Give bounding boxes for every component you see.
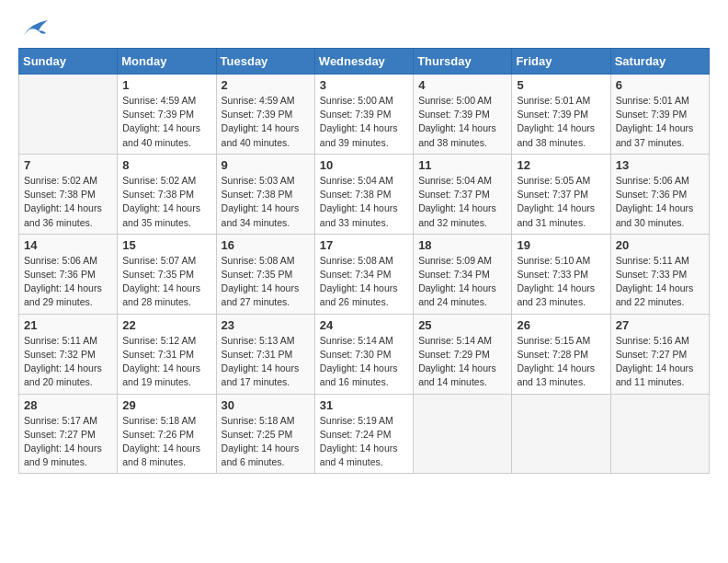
calendar-cell: 31Sunrise: 5:19 AM Sunset: 7:24 PM Dayli… <box>314 394 413 474</box>
calendar-cell: 22Sunrise: 5:12 AM Sunset: 7:31 PM Dayli… <box>118 314 216 394</box>
calendar-cell: 25Sunrise: 5:14 AM Sunset: 7:29 PM Dayli… <box>414 314 512 394</box>
calendar-day-header: Saturday <box>610 49 709 75</box>
day-info: Sunrise: 4:59 AM Sunset: 7:39 PM Dayligh… <box>122 94 210 150</box>
day-number: 18 <box>418 238 506 252</box>
day-info: Sunrise: 5:05 AM Sunset: 7:37 PM Dayligh… <box>517 174 605 230</box>
day-number: 24 <box>320 318 408 332</box>
day-number: 26 <box>517 318 605 332</box>
day-number: 12 <box>517 158 605 172</box>
day-info: Sunrise: 5:14 AM Sunset: 7:30 PM Dayligh… <box>320 334 408 390</box>
day-number: 1 <box>122 78 210 92</box>
day-info: Sunrise: 5:01 AM Sunset: 7:39 PM Dayligh… <box>616 94 704 150</box>
day-number: 29 <box>122 398 210 412</box>
calendar-cell: 27Sunrise: 5:16 AM Sunset: 7:27 PM Dayli… <box>610 314 709 394</box>
calendar-cell: 19Sunrise: 5:10 AM Sunset: 7:33 PM Dayli… <box>512 234 610 314</box>
day-number: 28 <box>24 398 112 412</box>
day-info: Sunrise: 5:02 AM Sunset: 7:38 PM Dayligh… <box>24 174 112 230</box>
calendar-cell: 15Sunrise: 5:07 AM Sunset: 7:35 PM Dayli… <box>118 234 216 314</box>
calendar-cell <box>610 394 709 474</box>
calendar-cell <box>414 394 512 474</box>
day-info: Sunrise: 5:13 AM Sunset: 7:31 PM Dayligh… <box>222 334 310 390</box>
day-info: Sunrise: 5:15 AM Sunset: 7:28 PM Dayligh… <box>517 334 605 390</box>
calendar-cell: 2Sunrise: 4:59 AM Sunset: 7:39 PM Daylig… <box>216 75 314 155</box>
calendar-cell <box>512 394 610 474</box>
calendar-cell: 6Sunrise: 5:01 AM Sunset: 7:39 PM Daylig… <box>610 75 709 155</box>
day-number: 2 <box>222 78 310 92</box>
day-number: 5 <box>517 78 605 92</box>
calendar-day-header: Sunday <box>19 49 118 75</box>
calendar-cell: 3Sunrise: 5:00 AM Sunset: 7:39 PM Daylig… <box>314 75 413 155</box>
day-number: 25 <box>418 318 506 332</box>
day-info: Sunrise: 5:10 AM Sunset: 7:33 PM Dayligh… <box>517 254 605 310</box>
calendar-cell: 20Sunrise: 5:11 AM Sunset: 7:33 PM Dayli… <box>610 234 709 314</box>
calendar-day-header: Thursday <box>414 49 512 75</box>
day-info: Sunrise: 5:00 AM Sunset: 7:39 PM Dayligh… <box>418 94 506 150</box>
day-info: Sunrise: 5:04 AM Sunset: 7:38 PM Dayligh… <box>320 174 408 230</box>
day-info: Sunrise: 5:04 AM Sunset: 7:37 PM Dayligh… <box>418 174 506 230</box>
calendar-cell: 10Sunrise: 5:04 AM Sunset: 7:38 PM Dayli… <box>314 154 413 234</box>
calendar-week-row: 28Sunrise: 5:17 AM Sunset: 7:27 PM Dayli… <box>19 394 710 474</box>
calendar-cell: 26Sunrise: 5:15 AM Sunset: 7:28 PM Dayli… <box>512 314 610 394</box>
day-info: Sunrise: 5:01 AM Sunset: 7:39 PM Dayligh… <box>517 94 605 150</box>
calendar-cell: 12Sunrise: 5:05 AM Sunset: 7:37 PM Dayli… <box>512 154 610 234</box>
calendar-week-row: 1Sunrise: 4:59 AM Sunset: 7:39 PM Daylig… <box>19 75 710 155</box>
day-number: 27 <box>616 318 704 332</box>
calendar-cell: 5Sunrise: 5:01 AM Sunset: 7:39 PM Daylig… <box>512 75 610 155</box>
day-info: Sunrise: 5:16 AM Sunset: 7:27 PM Dayligh… <box>616 334 704 390</box>
calendar-cell: 18Sunrise: 5:09 AM Sunset: 7:34 PM Dayli… <box>414 234 512 314</box>
day-number: 22 <box>122 318 210 332</box>
day-info: Sunrise: 5:00 AM Sunset: 7:39 PM Dayligh… <box>320 94 408 150</box>
day-info: Sunrise: 5:18 AM Sunset: 7:25 PM Dayligh… <box>222 414 310 470</box>
day-number: 15 <box>122 238 210 252</box>
day-info: Sunrise: 5:11 AM Sunset: 7:32 PM Dayligh… <box>24 334 112 390</box>
calendar-day-header: Monday <box>118 49 216 75</box>
day-number: 3 <box>320 78 408 92</box>
day-info: Sunrise: 5:06 AM Sunset: 7:36 PM Dayligh… <box>616 174 704 230</box>
calendar-cell: 14Sunrise: 5:06 AM Sunset: 7:36 PM Dayli… <box>19 234 118 314</box>
day-number: 9 <box>222 158 310 172</box>
calendar-day-header: Tuesday <box>216 49 314 75</box>
day-number: 19 <box>517 238 605 252</box>
day-number: 30 <box>222 398 310 412</box>
day-number: 10 <box>320 158 408 172</box>
calendar-cell <box>19 75 118 155</box>
day-number: 14 <box>24 238 112 252</box>
day-info: Sunrise: 4:59 AM Sunset: 7:39 PM Dayligh… <box>222 94 310 150</box>
day-info: Sunrise: 5:07 AM Sunset: 7:35 PM Dayligh… <box>122 254 210 310</box>
calendar-cell: 29Sunrise: 5:18 AM Sunset: 7:26 PM Dayli… <box>118 394 216 474</box>
calendar-cell: 1Sunrise: 4:59 AM Sunset: 7:39 PM Daylig… <box>118 75 216 155</box>
day-number: 6 <box>616 78 704 92</box>
calendar-cell: 30Sunrise: 5:18 AM Sunset: 7:25 PM Dayli… <box>216 394 314 474</box>
calendar-table: SundayMondayTuesdayWednesdayThursdayFrid… <box>18 48 710 474</box>
day-number: 21 <box>24 318 112 332</box>
calendar-day-header: Wednesday <box>314 49 413 75</box>
calendar-day-header: Friday <box>512 49 610 75</box>
day-info: Sunrise: 5:06 AM Sunset: 7:36 PM Dayligh… <box>24 254 112 310</box>
calendar-cell: 21Sunrise: 5:11 AM Sunset: 7:32 PM Dayli… <box>19 314 118 394</box>
day-info: Sunrise: 5:08 AM Sunset: 7:35 PM Dayligh… <box>222 254 310 310</box>
calendar-week-row: 7Sunrise: 5:02 AM Sunset: 7:38 PM Daylig… <box>19 154 710 234</box>
day-info: Sunrise: 5:12 AM Sunset: 7:31 PM Dayligh… <box>122 334 210 390</box>
day-info: Sunrise: 5:19 AM Sunset: 7:24 PM Dayligh… <box>320 414 408 470</box>
calendar-cell: 17Sunrise: 5:08 AM Sunset: 7:34 PM Dayli… <box>314 234 413 314</box>
calendar-cell: 8Sunrise: 5:02 AM Sunset: 7:38 PM Daylig… <box>118 154 216 234</box>
calendar-cell: 9Sunrise: 5:03 AM Sunset: 7:38 PM Daylig… <box>216 154 314 234</box>
logo-bird-icon <box>22 18 50 39</box>
calendar-cell: 28Sunrise: 5:17 AM Sunset: 7:27 PM Dayli… <box>19 394 118 474</box>
page-header <box>18 18 710 39</box>
day-info: Sunrise: 5:17 AM Sunset: 7:27 PM Dayligh… <box>24 414 112 470</box>
calendar-cell: 11Sunrise: 5:04 AM Sunset: 7:37 PM Dayli… <box>414 154 512 234</box>
day-number: 23 <box>222 318 310 332</box>
day-info: Sunrise: 5:02 AM Sunset: 7:38 PM Dayligh… <box>122 174 210 230</box>
day-number: 7 <box>24 158 112 172</box>
calendar-cell: 16Sunrise: 5:08 AM Sunset: 7:35 PM Dayli… <box>216 234 314 314</box>
day-number: 8 <box>122 158 210 172</box>
day-info: Sunrise: 5:18 AM Sunset: 7:26 PM Dayligh… <box>122 414 210 470</box>
day-number: 4 <box>418 78 506 92</box>
day-number: 11 <box>418 158 506 172</box>
day-number: 17 <box>320 238 408 252</box>
day-info: Sunrise: 5:11 AM Sunset: 7:33 PM Dayligh… <box>616 254 704 310</box>
calendar-week-row: 21Sunrise: 5:11 AM Sunset: 7:32 PM Dayli… <box>19 314 710 394</box>
calendar-cell: 13Sunrise: 5:06 AM Sunset: 7:36 PM Dayli… <box>610 154 709 234</box>
calendar-cell: 4Sunrise: 5:00 AM Sunset: 7:39 PM Daylig… <box>414 75 512 155</box>
